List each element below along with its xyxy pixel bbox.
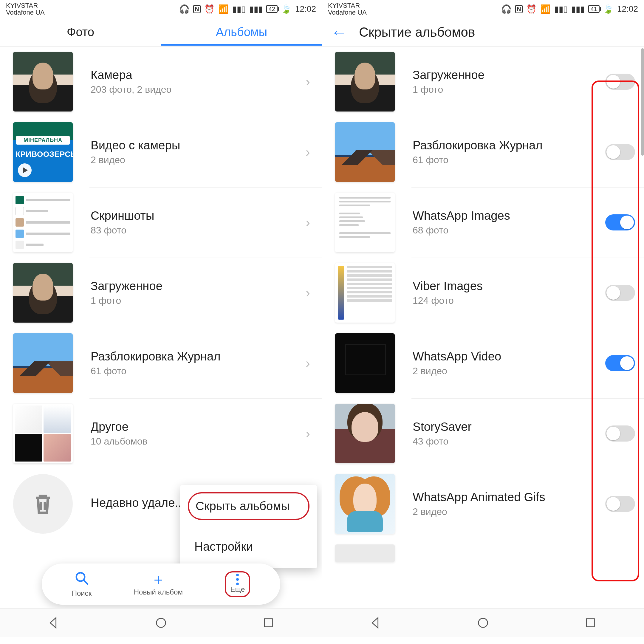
album-row[interactable]: МІНЕРАЛЬНАКРИВООЗЕРСЬК Видео с камеры2 в… bbox=[0, 117, 322, 187]
carrier-1: KYIVSTAR bbox=[6, 2, 45, 9]
battery-icon: 41 bbox=[588, 5, 600, 13]
alarm-icon: ⏰ bbox=[526, 4, 537, 14]
scrollbar[interactable] bbox=[641, 48, 644, 156]
page-title: Скрытие альбомов bbox=[359, 25, 475, 40]
tabs: Фото Альбомы bbox=[0, 18, 322, 47]
hide-toggle[interactable] bbox=[605, 425, 635, 442]
more-popup: Скрыть альбомы Настройки bbox=[180, 485, 317, 568]
hide-toggle[interactable] bbox=[605, 355, 635, 371]
chevron-right-icon: › bbox=[303, 426, 313, 441]
hide-row: WhatsApp Video2 видео bbox=[322, 328, 644, 398]
album-thumb bbox=[335, 193, 395, 252]
album-thumb bbox=[335, 544, 395, 562]
alarm-icon: ⏰ bbox=[204, 4, 215, 14]
album-row[interactable]: Разблокировка Журнал61 фото › bbox=[0, 328, 322, 398]
album-name: Загруженное bbox=[413, 68, 605, 82]
album-thumb bbox=[335, 333, 395, 393]
clock: 12:02 bbox=[617, 4, 638, 14]
tab-albums[interactable]: Альбомы bbox=[161, 19, 322, 45]
signal-2-icon: ▮▮▮ bbox=[249, 4, 263, 14]
leaf-icon: 🍃 bbox=[281, 4, 292, 14]
album-sub: 43 фото bbox=[413, 436, 605, 447]
more-label: Еще bbox=[230, 585, 245, 594]
album-thumb bbox=[335, 474, 395, 534]
carrier-2: Vodafone UA bbox=[6, 9, 45, 16]
plus-icon: ＋ bbox=[151, 572, 166, 587]
album-sub: 203 фото, 2 видео bbox=[91, 84, 303, 95]
album-name: StorySaver bbox=[413, 420, 605, 434]
svg-point-2 bbox=[157, 618, 166, 627]
chevron-right-icon: › bbox=[303, 145, 313, 160]
svg-line-1 bbox=[84, 580, 88, 584]
hide-row: WhatsApp Images68 фото bbox=[322, 187, 644, 258]
chevron-right-icon: › bbox=[303, 74, 313, 89]
album-name: Другое bbox=[91, 420, 303, 434]
album-row[interactable]: Скриншоты83 фото › bbox=[0, 187, 322, 258]
phone-left: KYIVSTAR Vodafone UA 🎧 N ⏰ 📶 ▮▮▯ ▮▮▮ 42 … bbox=[0, 0, 322, 637]
svg-point-4 bbox=[479, 618, 488, 627]
album-name: WhatsApp Images bbox=[413, 209, 605, 222]
carrier-1: KYIVSTAR bbox=[328, 2, 367, 9]
hide-album-list: Загруженное1 фото Разблокировка Журнал61… bbox=[322, 47, 644, 568]
popup-hide-albums[interactable]: Скрыть альбомы bbox=[188, 492, 309, 520]
album-name: Разблокировка Журнал bbox=[413, 139, 605, 152]
svg-rect-5 bbox=[586, 619, 595, 627]
album-sub: 10 альбомов bbox=[91, 436, 303, 447]
hide-row: WhatsApp Animated Gifs2 видео bbox=[322, 469, 644, 539]
more-button[interactable]: Еще bbox=[225, 571, 250, 597]
album-thumb bbox=[13, 404, 73, 463]
album-thumb bbox=[13, 333, 73, 393]
hide-toggle[interactable] bbox=[605, 496, 635, 512]
battery-icon: 42 bbox=[266, 5, 278, 13]
album-sub: 124 фото bbox=[413, 295, 605, 306]
svg-rect-3 bbox=[264, 619, 273, 627]
new-album-button[interactable]: ＋ Новый альбом bbox=[134, 572, 183, 596]
hide-toggle[interactable] bbox=[605, 285, 635, 301]
hide-toggle[interactable] bbox=[605, 214, 635, 230]
title-bar: ← Скрытие альбомов bbox=[322, 18, 644, 47]
album-sub: 1 фото bbox=[91, 295, 303, 306]
more-vert-icon bbox=[230, 574, 245, 585]
album-row[interactable]: Другое10 альбомов › bbox=[0, 398, 322, 469]
album-name: Viber Images bbox=[413, 279, 605, 293]
nav-bar bbox=[322, 608, 644, 637]
nav-bar bbox=[0, 608, 322, 637]
search-label: Поиск bbox=[72, 589, 92, 597]
nav-back-button[interactable] bbox=[369, 616, 383, 630]
album-sub: 83 фото bbox=[91, 225, 303, 236]
album-sub: 2 видео bbox=[413, 366, 605, 377]
hide-row: Viber Images124 фото bbox=[322, 258, 644, 328]
album-row[interactable]: Загруженное1 фото › bbox=[0, 258, 322, 328]
chevron-right-icon: › bbox=[303, 285, 313, 300]
tab-photos[interactable]: Фото bbox=[0, 19, 161, 45]
new-label: Новый альбом bbox=[134, 588, 183, 596]
trash-icon bbox=[13, 474, 73, 534]
hide-toggle[interactable] bbox=[605, 74, 635, 90]
nav-home-button[interactable] bbox=[476, 616, 490, 630]
album-row[interactable]: Камера203 фото, 2 видео › bbox=[0, 47, 322, 117]
phone-right: KYIVSTAR Vodafone UA 🎧 N ⏰ 📶 ▮▮▯ ▮▮▮ 41 … bbox=[322, 0, 644, 637]
album-name: WhatsApp Animated Gifs bbox=[413, 490, 605, 504]
nav-recent-button[interactable] bbox=[261, 616, 275, 630]
play-icon bbox=[18, 163, 32, 177]
headphones-icon: 🎧 bbox=[501, 4, 512, 14]
status-bar: KYIVSTAR Vodafone UA 🎧 N ⏰ 📶 ▮▮▯ ▮▮▮ 42 … bbox=[0, 0, 322, 18]
album-list: Камера203 фото, 2 видео › МІНЕРАЛЬНАКРИВ… bbox=[0, 47, 322, 539]
album-thumb bbox=[335, 263, 395, 323]
album-sub: 2 видео bbox=[413, 506, 605, 517]
search-icon bbox=[74, 571, 89, 588]
carrier-2: Vodafone UA bbox=[328, 9, 367, 16]
nav-recent-button[interactable] bbox=[583, 616, 597, 630]
album-name: Видео с камеры bbox=[91, 139, 303, 152]
hide-toggle[interactable] bbox=[605, 144, 635, 160]
album-name: Камера bbox=[91, 68, 303, 82]
nav-back-button[interactable] bbox=[47, 616, 61, 630]
wifi-icon: 📶 bbox=[540, 4, 551, 14]
album-sub: 61 фото bbox=[413, 154, 605, 165]
page-margin bbox=[0, 637, 644, 644]
search-button[interactable]: Поиск bbox=[72, 571, 92, 597]
album-thumb bbox=[335, 52, 395, 112]
nav-home-button[interactable] bbox=[154, 616, 168, 630]
popup-settings[interactable]: Настройки bbox=[180, 532, 317, 561]
back-button[interactable]: ← bbox=[331, 24, 347, 40]
